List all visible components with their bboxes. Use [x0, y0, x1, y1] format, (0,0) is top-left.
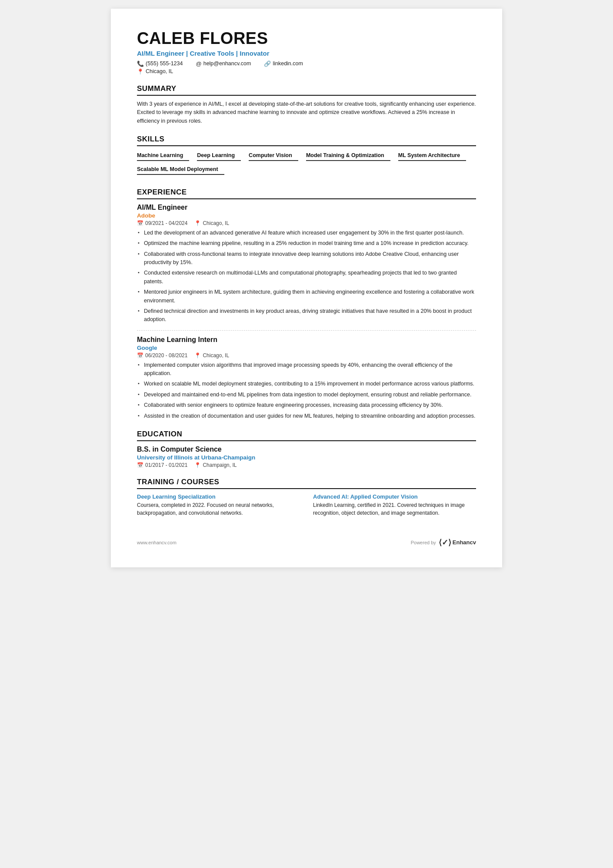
- header: CALEB FLORES AI/ML Engineer | Creative T…: [137, 30, 476, 75]
- job-adobe: AI/ML Engineer Adobe 📅 09/2021 - 04/2024…: [137, 204, 476, 324]
- location-text: Chicago, IL: [203, 220, 229, 226]
- skills-section: SKILLS Machine Learning Deep Learning Co…: [137, 135, 476, 178]
- job-location-adobe: 📍 Chicago, IL: [194, 220, 229, 226]
- location-row: 📍 Chicago, IL: [137, 68, 476, 75]
- email-icon: @: [196, 60, 201, 67]
- skill-item: Scalable ML Model Deployment: [137, 164, 224, 175]
- edu-dates: 📅 01/2017 - 01/2021: [137, 462, 187, 468]
- bullet-item: Collaborated with cross-functional teams…: [137, 250, 476, 267]
- skill-item: Deep Learning: [197, 151, 241, 161]
- link-icon: 🔗: [264, 60, 271, 67]
- calendar-icon: 📅: [137, 352, 143, 359]
- bullet-item: Defined technical direction and investme…: [137, 307, 476, 324]
- email-text: help@enhancv.com: [203, 60, 251, 67]
- location-icon: 📍: [194, 352, 201, 359]
- bullet-item: Led the development of an advanced gener…: [137, 229, 476, 237]
- summary-title: SUMMARY: [137, 84, 476, 96]
- candidate-name: CALEB FLORES: [137, 30, 476, 48]
- edu-degree: B.S. in Computer Science: [137, 446, 476, 453]
- footer: www.enhancv.com Powered by ⟨✓⟩ Enhancv: [137, 534, 476, 546]
- calendar-icon: 📅: [137, 462, 143, 468]
- footer-website: www.enhancv.com: [137, 540, 177, 545]
- skill-item: ML System Architecture: [398, 151, 466, 161]
- bullet-item: Worked on scalable ML model deployment s…: [137, 380, 476, 388]
- phone-icon: 📞: [137, 60, 144, 67]
- location-text: Chicago, IL: [203, 352, 229, 359]
- job-dates-google: 📅 06/2020 - 08/2021: [137, 352, 187, 359]
- training-title: TRAINING / COURSES: [137, 478, 476, 489]
- bullet-item: Developed and maintained end-to-end ML p…: [137, 391, 476, 399]
- skill-item: Machine Learning: [137, 151, 189, 161]
- bullet-item: Collaborated with senior engineers to op…: [137, 401, 476, 409]
- edu-meta: 📅 01/2017 - 01/2021 📍 Champaign, IL: [137, 462, 476, 468]
- enhancv-icon: ⟨✓⟩: [439, 539, 451, 546]
- bullet-item: Conducted extensive research on multimod…: [137, 269, 476, 286]
- training-title-1: Advanced AI: Applied Computer Vision: [313, 493, 476, 500]
- training-section: TRAINING / COURSES Deep Learning Special…: [137, 478, 476, 517]
- company-adobe: Adobe: [137, 212, 476, 219]
- edu-location: 📍 Champaign, IL: [194, 462, 237, 468]
- skill-item: Model Training & Optimization: [306, 151, 390, 161]
- skills-grid: Machine Learning Deep Learning Computer …: [137, 151, 476, 178]
- job-meta-adobe: 📅 09/2021 - 04/2024 📍 Chicago, IL: [137, 220, 476, 226]
- brand-name: Enhancv: [453, 539, 476, 546]
- bullet-item: Assisted in the creation of documentatio…: [137, 412, 476, 420]
- location-text: Champaign, IL: [203, 462, 237, 468]
- summary-text: With 3 years of experience in AI/ML, I e…: [137, 100, 476, 125]
- calendar-icon: 📅: [137, 220, 143, 226]
- training-item-1: Advanced AI: Applied Computer Vision Lin…: [313, 493, 476, 517]
- training-title-0: Deep Learning Specialization: [137, 493, 300, 500]
- bullet-item: Optimized the machine learning pipeline,…: [137, 239, 476, 248]
- experience-title: EXPERIENCE: [137, 188, 476, 199]
- location-text: Chicago, IL: [146, 68, 173, 74]
- candidate-title: AI/ML Engineer | Creative Tools | Innova…: [137, 50, 476, 57]
- powered-by-text: Powered by: [411, 540, 436, 545]
- training-grid: Deep Learning Specialization Coursera, c…: [137, 493, 476, 517]
- job-bullets-adobe: Led the development of an advanced gener…: [137, 229, 476, 324]
- job-location-google: 📍 Chicago, IL: [194, 352, 229, 359]
- linkedin-text: linkedin.com: [273, 60, 303, 67]
- bullet-item: Implemented computer vision algorithms t…: [137, 361, 476, 378]
- summary-section: SUMMARY With 3 years of experience in AI…: [137, 84, 476, 125]
- enhancv-logo: ⟨✓⟩ Enhancv: [439, 539, 476, 546]
- phone-text: (555) 555-1234: [146, 60, 183, 67]
- location-icon: 📍: [194, 220, 201, 226]
- skill-item: Computer Vision: [249, 151, 298, 161]
- job-dates-adobe: 📅 09/2021 - 04/2024: [137, 220, 187, 226]
- job-meta-google: 📅 06/2020 - 08/2021 📍 Chicago, IL: [137, 352, 476, 359]
- skills-title: SKILLS: [137, 135, 476, 146]
- job-bullets-google: Implemented computer vision algorithms t…: [137, 361, 476, 420]
- job-title-adobe: AI/ML Engineer: [137, 204, 476, 211]
- footer-brand: Powered by ⟨✓⟩ Enhancv: [411, 539, 476, 546]
- education-section: EDUCATION B.S. in Computer Science Unive…: [137, 430, 476, 468]
- dates-text: 01/2017 - 01/2021: [145, 462, 187, 468]
- dates-text: 06/2020 - 08/2021: [145, 352, 187, 359]
- contact-row: 📞 (555) 555-1234 @ help@enhancv.com 🔗 li…: [137, 60, 476, 67]
- edu-school: University of Illinois at Urbana-Champai…: [137, 454, 476, 461]
- location-icon: 📍: [194, 462, 201, 468]
- training-desc-1: LinkedIn Learning, certified in 2021. Co…: [313, 501, 476, 517]
- bullet-item: Mentored junior engineers in ML system a…: [137, 288, 476, 305]
- training-desc-0: Coursera, completed in 2022. Focused on …: [137, 501, 300, 517]
- experience-section: EXPERIENCE AI/ML Engineer Adobe 📅 09/202…: [137, 188, 476, 420]
- phone-item: 📞 (555) 555-1234: [137, 60, 183, 67]
- linkedin-item: 🔗 linkedin.com: [264, 60, 303, 67]
- job-title-google: Machine Learning Intern: [137, 336, 476, 344]
- email-item: @ help@enhancv.com: [196, 60, 251, 67]
- location-icon: 📍: [137, 68, 144, 75]
- job-google: Machine Learning Intern Google 📅 06/2020…: [137, 330, 476, 420]
- dates-text: 09/2021 - 04/2024: [145, 220, 187, 226]
- training-item-0: Deep Learning Specialization Coursera, c…: [137, 493, 300, 517]
- resume-page: CALEB FLORES AI/ML Engineer | Creative T…: [111, 9, 502, 567]
- company-google: Google: [137, 345, 476, 351]
- education-title: EDUCATION: [137, 430, 476, 441]
